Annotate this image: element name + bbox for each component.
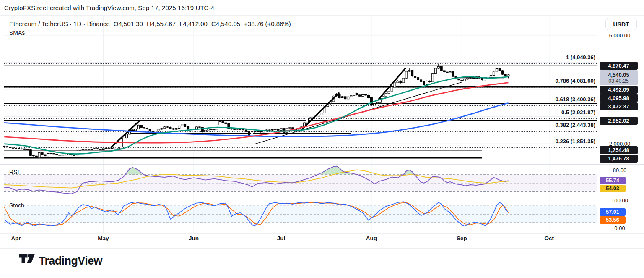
sma-legend[interactable]: SMAs bbox=[9, 29, 25, 36]
price-axis-tick: 2,000.00 bbox=[609, 141, 631, 147]
time-axis-month: Jul bbox=[277, 235, 286, 241]
page: { "header": { "attribution": "CryptoFXSt… bbox=[0, 0, 644, 278]
indicator-value-label: 57.01 bbox=[600, 208, 626, 216]
currency-toggle-button[interactable]: USDT bbox=[605, 18, 637, 30]
rsi-axis-tick: 80.00 bbox=[613, 167, 627, 173]
time-axis-month: May bbox=[98, 235, 109, 241]
rsi-overbought-fill bbox=[4, 166, 508, 175]
fib-level-label: 0.5 (2,921.87) bbox=[561, 109, 595, 115]
price-line-label: 1,754.48 bbox=[600, 146, 638, 154]
price-line-label: 2,852.02 bbox=[600, 117, 638, 125]
fib-level-label: 0.786 (4,081.60) bbox=[556, 77, 595, 84]
stoch-axis-tick: 0.00 bbox=[614, 225, 625, 231]
time-axis-month: Aug bbox=[366, 235, 377, 241]
tradingview-logo[interactable]: TradingView bbox=[19, 254, 102, 268]
july-rally bbox=[300, 92, 340, 131]
price-axis-tick: 6,000.00 bbox=[609, 32, 631, 39]
current-price-label: 4,540.0503:40:25 bbox=[600, 70, 638, 85]
ohlc-readout: O4,501.30H4,557.67L4,412.00C4,540.05+38.… bbox=[110, 20, 291, 27]
ohlc-value: O4,501.30 bbox=[114, 20, 143, 27]
price-line-label: 4,492.09 bbox=[600, 86, 638, 94]
instrument-title: Ethereum / TetherUS · 1D · Binance bbox=[9, 20, 110, 27]
ohlc-value: H4,557.67 bbox=[147, 20, 176, 27]
price-line-label: 4,870.47 bbox=[600, 62, 638, 70]
time-axis-month: Oct bbox=[545, 235, 554, 241]
sma-fast-green bbox=[4, 77, 508, 154]
countdown-timer: 03:40:25 bbox=[608, 78, 629, 84]
price-line-label: 4,095.98 bbox=[600, 94, 638, 102]
ohlc-value: +38.76 (+0.86%) bbox=[244, 20, 291, 27]
fib-level-label: 1 (4,949.36) bbox=[566, 54, 595, 60]
attribution-text: CryptoFXStreet created with TradingView.… bbox=[4, 4, 214, 11]
ohlc-value: C4,540.05 bbox=[211, 20, 240, 27]
tradingview-icon bbox=[19, 254, 35, 268]
time-axis-month: Jun bbox=[189, 235, 199, 241]
fib-level-label: 0.236 (1,851.35) bbox=[556, 138, 595, 144]
price-line-label: 3,472.37 bbox=[600, 102, 638, 110]
august-rally bbox=[379, 68, 406, 100]
fib-level-label: 0.382 (2,443.38) bbox=[556, 122, 595, 128]
indicator-value-label: 55.74 bbox=[600, 177, 626, 184]
indicator-value-label: 53.56 bbox=[600, 216, 626, 224]
stoch-pane-label[interactable]: Stoch bbox=[9, 202, 24, 209]
rsi-pane-label[interactable]: RSI bbox=[9, 169, 19, 176]
price-line-label: 1,476.78 bbox=[600, 155, 638, 163]
ohlc-value: L4,412.00 bbox=[179, 20, 208, 27]
time-axis-month: Sep bbox=[457, 235, 467, 241]
indicator-value-label: 54.03 bbox=[600, 185, 626, 192]
tradingview-wordmark: TradingView bbox=[39, 254, 102, 268]
chart-title: Ethereum / TetherUS · 1D · BinanceO4,501… bbox=[9, 20, 291, 27]
fib-level-label: 0.618 (3,400.36) bbox=[556, 96, 595, 102]
time-axis-month: Apr bbox=[11, 235, 21, 241]
stoch-axis-tick: 100.00 bbox=[611, 197, 628, 203]
